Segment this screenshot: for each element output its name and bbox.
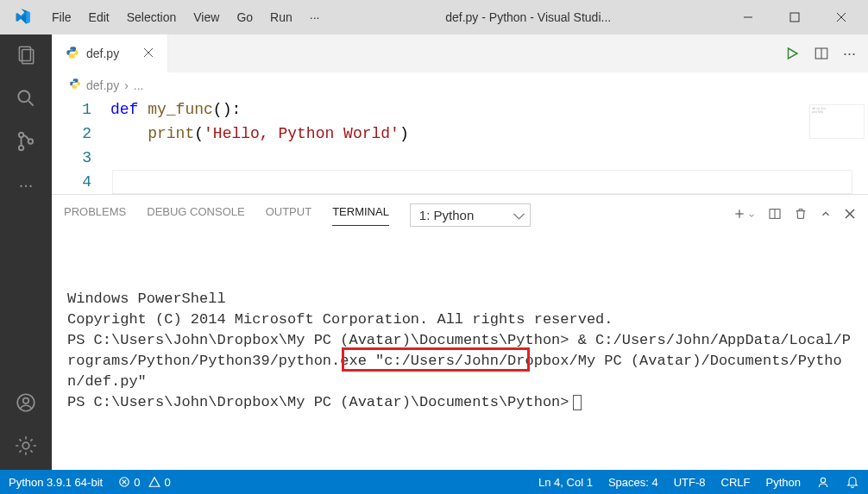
svg-point-10 xyxy=(28,139,33,143)
close-tab-icon[interactable] xyxy=(143,47,154,60)
explorer-icon[interactable] xyxy=(14,43,38,67)
source-control-icon[interactable] xyxy=(14,129,38,153)
line-number: 2 xyxy=(52,122,110,146)
breadcrumb[interactable]: def.py › ... xyxy=(52,72,868,97)
account-icon[interactable] xyxy=(14,391,38,415)
line-number: 1 xyxy=(52,97,110,122)
terminal-content[interactable]: Windows PowerShellCopyright (C) 2014 Mic… xyxy=(52,227,868,470)
python-file-icon xyxy=(69,78,81,92)
title-bar: File Edit Selection View Go Run ··· def.… xyxy=(0,0,868,34)
code-line[interactable]: 2 print('Hello, Python World') xyxy=(52,122,868,146)
menu-go[interactable]: Go xyxy=(228,7,261,28)
menu-run[interactable]: Run xyxy=(261,7,301,28)
status-bell-icon[interactable] xyxy=(846,475,859,489)
status-python-version[interactable]: Python 3.9.1 64-bit xyxy=(9,476,103,489)
panel-tab-debug-console[interactable]: DEBUG CONSOLE xyxy=(147,205,244,225)
code-line[interactable]: 3 xyxy=(52,146,868,170)
status-ln-col[interactable]: Ln 4, Col 1 xyxy=(538,476,593,489)
vscode-logo-icon xyxy=(14,9,31,26)
split-editor-icon[interactable] xyxy=(814,46,829,61)
svg-point-8 xyxy=(19,133,23,137)
svg-point-13 xyxy=(22,442,29,449)
minimap[interactable]: def my_funcprint hello xyxy=(809,104,865,139)
menu-selection[interactable]: Selection xyxy=(118,7,186,28)
svg-point-12 xyxy=(23,398,29,404)
code-editor[interactable]: def my_funcprint hello 1def my_func():2 … xyxy=(52,97,868,194)
svg-line-7 xyxy=(28,101,33,105)
split-terminal-icon[interactable] xyxy=(768,207,782,223)
more-icon[interactable]: ··· xyxy=(14,172,38,197)
status-eol[interactable]: CRLF xyxy=(721,476,751,489)
editor-tab-defpy[interactable]: def.py xyxy=(52,34,168,72)
window-title: def.py - Python - Visual Studi... xyxy=(328,10,728,24)
status-language[interactable]: Python xyxy=(766,476,801,489)
menu-edit[interactable]: Edit xyxy=(80,7,118,28)
status-feedback-icon[interactable] xyxy=(816,475,830,489)
menu-file[interactable]: File xyxy=(43,7,80,28)
terminal-selector-dropdown[interactable]: 1: Python xyxy=(410,203,531,227)
menu-more[interactable]: ··· xyxy=(301,7,329,28)
breadcrumb-file[interactable]: def.py xyxy=(86,78,119,92)
breadcrumb-separator: › xyxy=(124,78,129,92)
menu-view[interactable]: View xyxy=(185,7,228,28)
python-file-icon xyxy=(66,46,79,62)
minimize-button[interactable] xyxy=(728,0,768,34)
new-terminal-icon[interactable] xyxy=(733,208,756,222)
breadcrumb-trail[interactable]: ... xyxy=(134,78,144,92)
editor-more-icon[interactable]: ··· xyxy=(843,45,856,63)
status-spaces[interactable]: Spaces: 4 xyxy=(608,476,658,489)
svg-point-6 xyxy=(18,91,29,102)
maximize-panel-icon[interactable] xyxy=(820,208,832,222)
svg-point-28 xyxy=(821,478,825,482)
bottom-panel: PROBLEMS DEBUG CONSOLE OUTPUT TERMINAL 1… xyxy=(52,194,868,470)
svg-point-9 xyxy=(19,146,23,150)
settings-gear-icon[interactable] xyxy=(14,434,38,458)
panel-tab-output[interactable]: OUTPUT xyxy=(266,205,311,225)
line-number: 3 xyxy=(52,146,110,170)
status-errors[interactable]: 0 0 xyxy=(118,476,170,489)
line-number: 4 xyxy=(52,170,110,194)
status-bar: Python 3.9.1 64-bit 0 0 Ln 4, Col 1 Spac… xyxy=(0,470,868,494)
close-button[interactable] xyxy=(821,0,861,34)
svg-rect-1 xyxy=(790,13,799,22)
kill-terminal-icon[interactable] xyxy=(794,207,808,223)
tab-label: def.py xyxy=(86,47,119,60)
close-panel-icon[interactable] xyxy=(844,208,856,222)
maximize-button[interactable] xyxy=(775,0,815,34)
search-icon[interactable] xyxy=(14,86,38,110)
code-line[interactable]: 1def my_func(): xyxy=(52,97,868,122)
svg-marker-16 xyxy=(788,48,797,59)
editor-tab-row: def.py ··· xyxy=(52,34,868,72)
run-file-icon[interactable] xyxy=(784,46,800,61)
panel-tab-terminal[interactable]: TERMINAL xyxy=(332,205,389,226)
activity-bar: ··· xyxy=(0,34,52,470)
status-encoding[interactable]: UTF-8 xyxy=(674,476,706,489)
panel-tab-problems[interactable]: PROBLEMS xyxy=(64,205,126,225)
